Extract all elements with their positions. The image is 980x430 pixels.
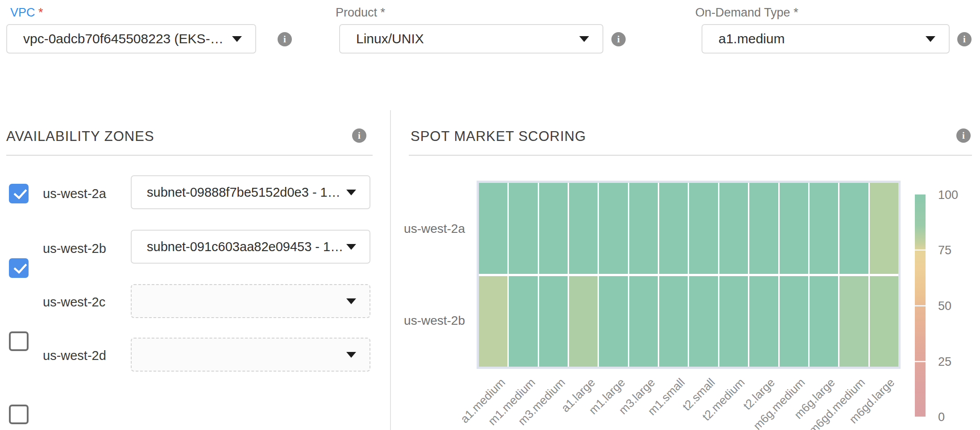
heatmap-cell <box>870 183 898 274</box>
heatmap-cell <box>599 183 627 274</box>
az-label-us-west-2a: us-west-2a <box>43 184 106 203</box>
az-label-us-west-2d: us-west-2d <box>43 346 106 365</box>
subnet-select-us-west-2c[interactable] <box>131 284 370 318</box>
heatmap-colorbar <box>915 194 926 417</box>
vpc-select-value: vpc-0adcb70f645508223 (EKS-VPC) <box>7 31 232 46</box>
heatmap-y-label-us-west-2b: us-west-2b <box>371 314 465 328</box>
info-glyph: i <box>617 34 620 45</box>
vpc-info-icon[interactable]: i <box>278 32 292 46</box>
info-glyph: i <box>358 130 361 141</box>
heatmap-cell <box>659 276 688 367</box>
az-label-us-west-2b: us-west-2b <box>43 239 106 258</box>
colorbar-label-50: 50 <box>938 299 951 313</box>
spot-market-divider <box>409 155 972 156</box>
spot-market-scoring-title: SPOT MARKET SCORING <box>411 128 586 145</box>
checkmark-icon <box>13 186 27 199</box>
heatmap-cell <box>810 276 838 367</box>
heatmap-cell <box>539 276 568 367</box>
product-required-asterisk: * <box>381 6 386 19</box>
heatmap-cell <box>689 183 718 274</box>
chevron-down-icon <box>926 36 935 42</box>
spot-market-info-icon[interactable]: i <box>956 128 971 143</box>
product-info-icon[interactable]: i <box>611 32 626 46</box>
heatmap-cell <box>629 183 658 274</box>
product-label: Product * <box>336 5 385 20</box>
chevron-down-icon <box>232 36 242 42</box>
heatmap-cell <box>479 276 507 367</box>
subnet-select-value: subnet-09888f7be5152d0e3 - 192.168… <box>132 185 346 200</box>
colorbar-tick-50 <box>915 305 926 306</box>
az-checkbox-us-west-2a[interactable] <box>9 184 29 203</box>
checkmark-icon <box>13 260 27 274</box>
colorbar-tick-25 <box>915 361 926 362</box>
chevron-down-icon <box>579 36 589 42</box>
subnet-select-us-west-2b[interactable]: subnet-091c603aa82e09453 - 192.168… <box>131 230 370 264</box>
availability-zones-divider <box>6 155 373 156</box>
info-glyph: i <box>962 130 965 141</box>
heatmap-cell <box>569 183 598 274</box>
heatmap-plot-area <box>477 181 901 369</box>
heatmap-cell <box>629 276 658 367</box>
subnet-select-us-west-2d[interactable] <box>131 338 370 372</box>
product-select-value: Linux/UNIX <box>340 31 579 46</box>
chevron-down-icon <box>346 352 356 358</box>
az-checkbox-us-west-2b[interactable] <box>9 258 29 278</box>
heatmap-y-label-us-west-2a: us-west-2a <box>371 222 465 236</box>
colorbar-tick-75 <box>915 249 926 251</box>
heatmap-cell <box>599 276 627 367</box>
on-demand-type-select[interactable]: a1.medium <box>702 24 950 54</box>
chevron-down-icon <box>346 298 356 304</box>
colorbar-label-75: 75 <box>938 243 951 257</box>
on-demand-type-info-icon[interactable]: i <box>957 32 972 46</box>
on-demand-type-label-text: On-Demand Type <box>695 6 790 19</box>
heatmap-cell <box>780 276 808 367</box>
subnet-select-value: subnet-091c603aa82e09453 - 192.168… <box>132 240 346 254</box>
heatmap-cell <box>870 276 898 367</box>
az-label-us-west-2c: us-west-2c <box>43 292 105 312</box>
heatmap-cell <box>509 183 537 274</box>
heatmap-x-axis: a1.mediumm1.mediumm3.mediuma1.largem1.la… <box>0 376 980 430</box>
heatmap-cell <box>569 276 598 367</box>
vpc-required-asterisk: * <box>38 6 43 19</box>
az-checkbox-us-west-2c[interactable] <box>9 331 29 351</box>
chevron-down-icon <box>346 190 356 195</box>
heatmap-cell <box>749 183 778 274</box>
on-demand-type-select-value: a1.medium <box>702 31 926 46</box>
chevron-down-icon <box>346 244 356 250</box>
vpc-select[interactable]: vpc-0adcb70f645508223 (EKS-VPC) <box>6 24 256 54</box>
heatmap-cell <box>839 276 868 367</box>
heatmap-cell <box>839 183 868 274</box>
heatmap-cell <box>719 183 748 274</box>
colorbar-label-100: 100 <box>938 188 958 202</box>
info-glyph: i <box>963 34 966 45</box>
availability-zones-info-icon[interactable]: i <box>352 128 366 143</box>
heatmap-cell <box>509 276 537 367</box>
subnet-select-us-west-2a[interactable]: subnet-09888f7be5152d0e3 - 192.168… <box>131 175 370 209</box>
heatmap-cell <box>539 183 568 274</box>
colorbar-label-25: 25 <box>938 355 951 369</box>
availability-zones-title: AVAILABILITY ZONES <box>6 128 154 145</box>
heatmap-cell <box>749 276 778 367</box>
vpc-label-text: VPC <box>10 6 35 19</box>
heatmap-cell <box>719 276 748 367</box>
colorbar-label-0: 0 <box>938 410 945 424</box>
spot-configuration-page: VPC * vpc-0adcb70f645508223 (EKS-VPC) i … <box>0 0 980 430</box>
product-select[interactable]: Linux/UNIX <box>339 24 603 54</box>
vpc-label: VPC * <box>10 5 43 20</box>
heatmap-cell <box>479 183 507 274</box>
info-glyph: i <box>283 34 286 45</box>
on-demand-type-required-asterisk: * <box>793 6 798 19</box>
heatmap-cell <box>810 183 838 274</box>
product-label-text: Product <box>336 6 377 19</box>
heatmap-cell <box>689 276 718 367</box>
heatmap-cell <box>659 183 688 274</box>
heatmap-cell <box>780 183 808 274</box>
on-demand-type-label: On-Demand Type * <box>695 5 798 20</box>
heatmap-grid <box>479 183 898 367</box>
